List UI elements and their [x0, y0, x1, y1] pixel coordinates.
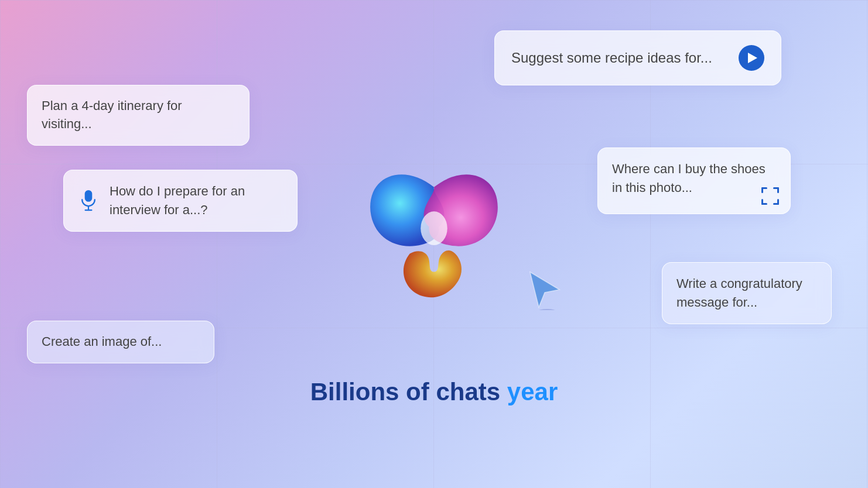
congrats-card[interactable]: Write a congratulatory message for... — [662, 262, 832, 324]
microphone-icon — [78, 190, 99, 211]
create-image-card[interactable]: Create an image of... — [27, 321, 214, 363]
svg-rect-0 — [85, 190, 93, 202]
send-button[interactable] — [739, 45, 764, 71]
create-image-text: Create an image of... — [42, 334, 162, 349]
shoes-card[interactable]: Where can I buy the shoes in this photo.… — [597, 147, 791, 214]
svg-rect-6 — [777, 187, 779, 193]
svg-rect-10 — [777, 199, 779, 205]
itinerary-text: Plan a 4-day itinerary for visiting... — [42, 98, 182, 131]
svg-point-14 — [538, 309, 556, 310]
itinerary-card[interactable]: Plan a 4-day itinerary for visiting... — [27, 85, 250, 146]
tagline-of-chats: of chats — [406, 378, 507, 405]
shoes-text: Where can I buy the shoes in this photo.… — [612, 161, 766, 195]
send-icon — [748, 53, 757, 63]
cursor-arrow-icon — [527, 269, 562, 304]
tagline-billions: Billions — [310, 378, 399, 405]
copilot-logo — [343, 139, 525, 320]
interview-text: How do I prepare for an interview for a.… — [110, 182, 283, 219]
congrats-text: Write a congratulatory message for... — [676, 276, 802, 310]
tagline: Billions of chats year — [310, 378, 558, 406]
interview-card[interactable]: How do I prepare for an interview for a.… — [63, 170, 298, 232]
tagline-year: year — [507, 378, 558, 405]
svg-point-11 — [421, 211, 447, 245]
recipe-card[interactable]: Suggest some recipe ideas for... — [494, 30, 781, 85]
svg-rect-8 — [761, 199, 763, 205]
svg-rect-4 — [761, 187, 763, 193]
recipe-text: Suggest some recipe ideas for... — [511, 48, 712, 68]
camera-scan-icon — [761, 187, 780, 205]
